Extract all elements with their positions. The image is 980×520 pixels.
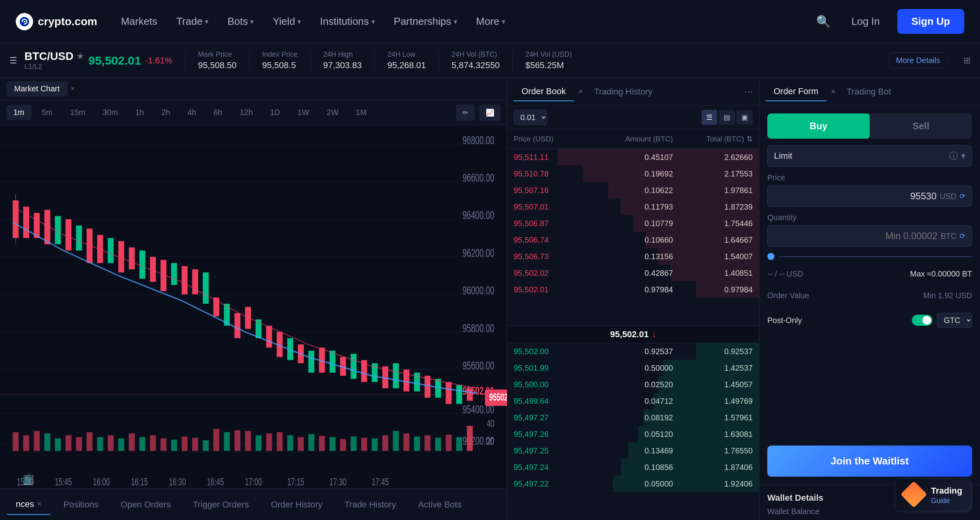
table-row[interactable]: 95,497.270.081921.57961: [507, 409, 759, 426]
sort-icon[interactable]: ⇅: [746, 134, 753, 143]
order-history-tab[interactable]: Order History: [262, 495, 332, 514]
svg-rect-99: [330, 437, 336, 451]
order-form-tab[interactable]: Order Form: [766, 82, 826, 101]
nav-bots[interactable]: Bots▾: [219, 11, 262, 32]
nav-markets[interactable]: Markets: [113, 11, 165, 32]
favorite-icon[interactable]: ★: [76, 51, 84, 61]
tf-30m[interactable]: 30m: [96, 105, 125, 120]
tf-12h[interactable]: 12h: [232, 105, 260, 120]
table-row[interactable]: 95,507.010.117931.87239: [507, 199, 759, 215]
search-icon[interactable]: 🔍: [813, 11, 834, 32]
table-row[interactable]: 95,502.000.925370.92537: [507, 343, 759, 360]
login-button[interactable]: Log In: [843, 11, 887, 32]
tf-15m[interactable]: 15m: [63, 105, 93, 120]
ob-view-sells[interactable]: ▤: [719, 110, 735, 125]
divider: [310, 51, 311, 71]
trade-history-tab[interactable]: Trade History: [335, 495, 405, 514]
tf-1w[interactable]: 1W: [290, 105, 316, 120]
nav-partnerships[interactable]: Partnerships▾: [386, 11, 465, 32]
order-book-tab[interactable]: Order Book: [514, 82, 574, 101]
join-waitlist-button[interactable]: Join the Waitlist: [767, 446, 972, 477]
quantity-increment-icon[interactable]: ⟳: [960, 232, 965, 240]
market-chart-tab[interactable]: Market Chart: [6, 81, 68, 97]
table-row[interactable]: 95,510.780.196922.17553: [507, 165, 759, 182]
svg-rect-40: [171, 263, 177, 285]
svg-rect-66: [445, 382, 451, 404]
open-orders-tab[interactable]: Open Orders: [111, 495, 180, 514]
time-in-force-select[interactable]: GTC IOC FOK: [937, 313, 972, 328]
table-row[interactable]: 95,507.160.106221.97861: [507, 182, 759, 199]
price-increment-icon[interactable]: ⟳: [960, 192, 965, 201]
trading-bot-tab[interactable]: Trading Bot: [839, 83, 899, 101]
svg-rect-68: [467, 388, 473, 401]
high-stat: 24H High 97,303.83: [323, 50, 362, 71]
panel-more-icon[interactable]: ⋯: [744, 87, 753, 97]
tf-1h[interactable]: 1h: [128, 105, 151, 120]
more-details-button[interactable]: More Details: [889, 52, 948, 69]
svg-rect-112: [467, 426, 473, 451]
nav-more[interactable]: More▾: [468, 11, 513, 32]
slider-handle[interactable]: [767, 253, 774, 260]
logo-icon: [16, 13, 33, 30]
amount-slider[interactable]: [767, 253, 972, 260]
table-row[interactable]: 95,502.020.428671.40851: [507, 265, 759, 281]
layout-icon[interactable]: ⊞: [963, 56, 971, 66]
nav-institutions[interactable]: Institutions▾: [312, 11, 382, 32]
tf-1m-month[interactable]: 1M: [349, 105, 374, 120]
chart-tab-close-icon[interactable]: ×: [71, 85, 75, 93]
indicator-tool-button[interactable]: 📈: [479, 104, 501, 121]
ob-view-buys[interactable]: ▣: [737, 110, 753, 125]
tf-1m[interactable]: 1m: [6, 105, 32, 120]
svg-rect-57: [351, 354, 356, 379]
price-input[interactable]: [774, 191, 937, 202]
precision-select[interactable]: 0.01 0.1 1: [514, 110, 547, 125]
table-row[interactable]: 95,497.260.051201.63081: [507, 426, 759, 442]
sidebar-toggle-icon[interactable]: ☰: [9, 56, 17, 66]
tf-2w[interactable]: 2W: [319, 105, 345, 120]
tf-2h[interactable]: 2h: [154, 105, 177, 120]
ob-view-both[interactable]: ☰: [702, 110, 717, 125]
trading-history-tab[interactable]: Trading History: [586, 83, 660, 101]
active-bots-tab[interactable]: Active Bots: [409, 495, 471, 514]
table-row[interactable]: 95,506.870.107791.75446: [507, 215, 759, 232]
chart-tabs: Market Chart ×: [0, 78, 507, 100]
tf-4h[interactable]: 4h: [180, 105, 203, 120]
vol-btc-stat: 24H Vol (BTC) 5,874.32550: [451, 50, 499, 71]
svg-rect-93: [266, 433, 272, 451]
svg-text:95502.01: 95502.01: [489, 392, 507, 403]
nav-trade[interactable]: Trade▾: [168, 11, 216, 32]
trigger-orders-tab[interactable]: Trigger Orders: [183, 495, 258, 514]
balances-tab[interactable]: nces ×: [6, 494, 51, 515]
table-row[interactable]: 95,497.220.050001.92406: [507, 475, 759, 492]
table-row[interactable]: 95,500.000.025201.45057: [507, 376, 759, 393]
order-book-close-icon[interactable]: ×: [579, 87, 583, 96]
table-row[interactable]: 95,511.110.451072.62660: [507, 149, 759, 165]
table-row[interactable]: 95,501.990.500001.42537: [507, 360, 759, 376]
table-row[interactable]: 95,499.640.047121.49769: [507, 393, 759, 409]
table-row[interactable]: 95,497.250.134691.76550: [507, 442, 759, 459]
logo[interactable]: crypto.com: [16, 13, 97, 30]
tf-1d[interactable]: 1D: [263, 105, 288, 120]
nav-yield[interactable]: Yield▾: [265, 11, 309, 32]
table-row[interactable]: 95,497.240.108561.87406: [507, 459, 759, 475]
signup-button[interactable]: Sign Up: [897, 9, 964, 34]
sell-button[interactable]: Sell: [870, 113, 972, 139]
svg-rect-85: [182, 436, 187, 451]
table-row[interactable]: 95,506.740.106601.64667: [507, 232, 759, 248]
chart-canvas[interactable]: 96800.00 96600.00 96400.00 96200.00 9600…: [0, 125, 507, 488]
table-row[interactable]: 95,502.010.979840.97984: [507, 281, 759, 298]
trading-guide-badge[interactable]: Trading Guide: [895, 478, 972, 512]
order-form-close-icon[interactable]: ×: [831, 87, 836, 96]
divider: [374, 51, 375, 71]
order-type-select[interactable]: Limit ⓘ ▾: [767, 145, 972, 167]
buy-button[interactable]: Buy: [767, 113, 870, 139]
positions-tab[interactable]: Positions: [54, 495, 108, 514]
quantity-input[interactable]: [774, 230, 937, 241]
post-only-toggle[interactable]: [912, 315, 932, 326]
tf-6h[interactable]: 6h: [206, 105, 229, 120]
divider: [185, 51, 186, 71]
tf-5m[interactable]: 5m: [35, 105, 60, 120]
balances-tab-close-icon[interactable]: ×: [37, 500, 41, 508]
table-row[interactable]: 95,506.730.131561.54007: [507, 248, 759, 265]
drawing-tool-button[interactable]: ✏: [456, 104, 475, 121]
